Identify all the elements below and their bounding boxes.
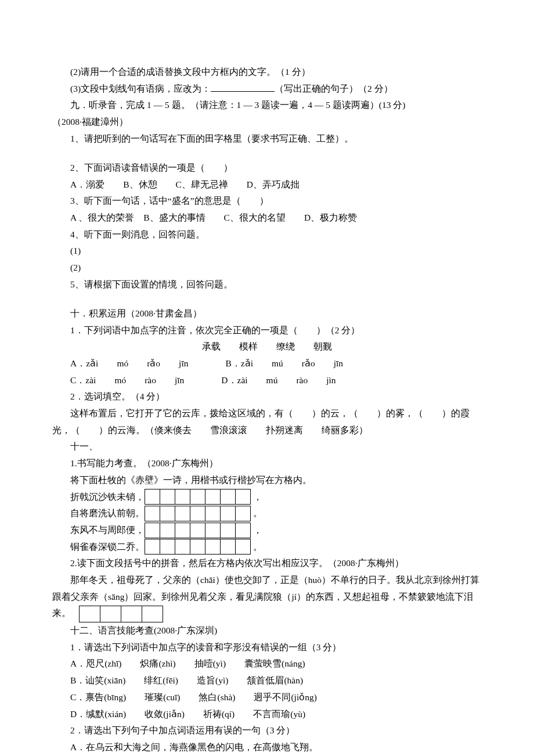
section-9-title: 九．听录音，完成 1 — 5 题。（请注意：1 — 3 题读一遍，4 — 5 题… — [52, 97, 482, 114]
sec9-q4-sub2: (2) — [52, 260, 482, 276]
sec9-q4: 4、听下面一则消息，回答问题。 — [52, 226, 482, 243]
sec9-q4-sub1: (1) — [52, 243, 482, 260]
sec12-q2: 2．请选出下列句子中加点词语运用有误的一句（3 分） — [52, 722, 482, 739]
section-11-title: 十一、 — [52, 438, 482, 455]
section-10-title: 十．积累运用（2008·甘肃金昌） — [52, 305, 482, 322]
document-page: (2)请用一个合适的成语替换文段中方框内的文字。（1 分） (3)文段中划线句有… — [0, 0, 534, 756]
section-9-source: （2008·福建漳州） — [52, 114, 482, 131]
sec10-q1: 1．下列词语中加点字的注音，依次完全正确的一项是（ ）（2 分） — [52, 322, 482, 339]
sec9-q2-options: A．溺爱 B、休憩 C、肆无忌禅 D、弄巧成拙 — [52, 177, 482, 193]
hanzi-grid — [145, 506, 251, 521]
sec9-q2: 2、下面词语读音错误的一项是（ ） — [52, 160, 482, 177]
sec10-q2: 2．选词填空。（4 分） — [52, 388, 482, 405]
punct-comma: ， — [253, 522, 262, 539]
hanzi-grid — [145, 489, 251, 505]
poem-row-1: 折戟沉沙铁未销， ， — [52, 489, 482, 506]
sec11-q2-passage: 那年冬天，祖母死了，父亲的（chāi）使也交卸了，正是（huò）不单行的日子。我… — [52, 572, 482, 622]
poem-line-1: 折戟沉沙铁未销， — [52, 489, 145, 506]
q3-prefix: (3)文段中划线句有语病，应改为： — [70, 84, 211, 93]
sec12-q1: 1．请选出下列词语中加点字的读音和字形没有错误的一组（3 分） — [52, 639, 482, 656]
sec9-q3: 3、听下面一句话，话中“盛名”的意思是（ ） — [52, 193, 482, 210]
poem-row-4: 铜雀春深锁二乔。 。 — [52, 539, 482, 556]
sec12-q1-optC: C．禀告(bīng) 璀璨(cuī) 煞白(shà) 迥乎不同(jiǒng) — [52, 689, 482, 706]
sub-question-2: (2)请用一个合适的成语替换文段中方框内的文字。（1 分） — [52, 64, 482, 81]
sec11-q1-sub: 将下面杜牧的《赤壁》一诗，用楷书或行楷抄写在方格内。 — [52, 472, 482, 489]
sec10-q2-text: 这样布置后，它打开了它的云库，拨给这区域的，有（ ）的云，（ ）的雾，（ ）的霞… — [52, 408, 470, 435]
hanzi-grid — [145, 523, 251, 538]
poem-line-4: 铜雀春深锁二乔。 — [52, 539, 145, 556]
poem-line-2: 自将磨洗认前朝。 — [52, 505, 145, 522]
blank-fill — [211, 82, 275, 92]
sec10-q1-optA: A．zǎi mó rǎo jīn B．zǎi mú rǎo jīn — [52, 355, 482, 372]
hanzi-answer-grid — [79, 606, 163, 622]
sec11-q2: 2.读下面文段括号中的拼音，然后在方格内依次写出相应汉字。（2008·广东梅州） — [52, 555, 482, 572]
sec10-q1-optC: C．zài mó rào jīn D．zài mú rào jìn — [52, 372, 482, 389]
sec12-q2-optA: A．在乌云和大海之间，海燕像黑色的闪电，在高傲地飞翔。 — [52, 739, 482, 756]
poem-row-2: 自将磨洗认前朝。 。 — [52, 505, 482, 522]
hanzi-grid — [145, 539, 251, 555]
poem-line-3: 东风不与周郎便， — [52, 522, 145, 539]
q3-suffix: （写出正确的句子）（2 分） — [275, 84, 393, 93]
section-12-title: 十二、语言技能考查(2008·广东深圳) — [52, 622, 482, 639]
punct-comma: ， — [253, 489, 262, 506]
sec9-q5: 5、请根据下面设置的情境，回答问题。 — [52, 276, 482, 293]
sub-question-3: (3)文段中划线句有语病，应改为：（写出正确的句子）（2 分） — [52, 81, 482, 98]
sec12-q1-optD: D．缄默(xián) 收敛(jiǎn) 祈祷(qí) 不言而瑜(yù) — [52, 706, 482, 723]
punct-period: 。 — [253, 539, 262, 556]
sec10-q1-words: 承载 模样 缭绕 朝觐 — [52, 339, 482, 355]
sec10-q2-passage: 这样布置后，它打开了它的云库，拨给这区域的，有（ ）的云，（ ）的雾，（ ）的霞… — [52, 405, 482, 438]
sec12-q1-optB: B．讪笑(xiān) 绯红(fēi) 造旨(yì) 颔首低眉(hàn) — [52, 672, 482, 689]
sec11-q1: 1.书写能力考查。（2008·广东梅州） — [52, 455, 482, 472]
sec9-q3-options: A 、很大的荣誉 B、盛大的事情 C、很大的名望 D、极力称赞 — [52, 210, 482, 226]
sec9-q1: 1、请把听到的一句话写在下面的田字格里（要求书写正确、工整）。 — [52, 131, 482, 147]
sec12-q1-optA: A．咫尺(zhī) 炽痛(zhì) 抽噎(yì) 囊萤映雪(náng) — [52, 656, 482, 672]
poem-row-3: 东风不与周郎便， ， — [52, 522, 482, 539]
punct-period: 。 — [253, 505, 262, 522]
